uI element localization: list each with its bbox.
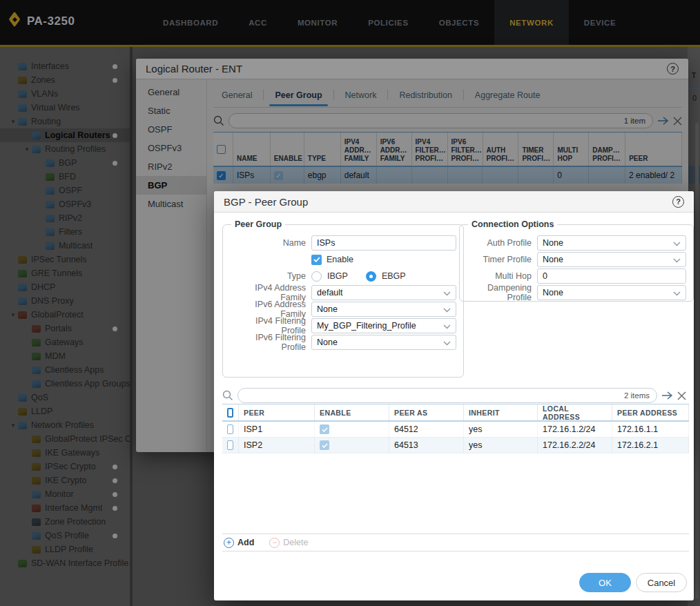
router-nav-ospfv3[interactable]: OSPFv3 [136,139,206,157]
sidebar-item-ospf[interactable]: OSPF [0,184,130,197]
column-header-peer_address[interactable]: PEER ADDRESS [612,404,689,420]
sidebar-item-clientless-apps[interactable]: Clientless Apps [0,363,130,377]
row-select-checkbox[interactable] [227,440,233,450]
cancel-button[interactable]: Cancel [636,573,687,592]
tab-general[interactable]: General [213,86,260,106]
sidebar-item-gre-tunnels[interactable]: GRE Tunnels [0,266,130,280]
router-nav-bgp[interactable]: BGP [136,176,206,195]
ipv6-filtering-profile-select[interactable]: None [311,335,456,350]
sidebar-item-qos[interactable]: QoS [0,391,130,404]
sidebar-item-globalprotect-ipsec-crypto[interactable]: GlobalProtect IPSec Crypto [0,432,130,446]
sidebar-item-bfd[interactable]: BFD [0,170,130,184]
column-header-enable[interactable]: ENABLE [271,133,304,166]
chevron-expanded-icon[interactable]: ▾ [8,308,18,322]
sidebar-item-portals[interactable]: Portals [0,322,130,335]
column-header-enable[interactable]: ENABLE [315,404,389,420]
sidebar-item-ipsec-crypto[interactable]: IPSec Crypto [0,460,130,473]
column-header-auth[interactable]: AUTHPROFI… [483,133,519,166]
column-header-multihop[interactable]: MULTIHOP [554,133,589,166]
multi-hop-field[interactable] [537,268,686,284]
sidebar-item-multicast[interactable]: Multicast [0,239,130,253]
type-radio-ibgp[interactable] [311,271,322,282]
chevron-expanded-icon[interactable]: ▾ [8,418,18,432]
nav-item-policies[interactable]: POLICIES [353,0,423,45]
sidebar-item-qos-profile[interactable]: QoS Profile [0,529,130,543]
column-header-local_address[interactable]: LOCAL ADDRESS [538,404,612,420]
type-radio-ebgp[interactable] [366,271,376,282]
help-icon[interactable]: ? [667,63,679,75]
nav-item-dashboard[interactable]: DASHBOARD [148,0,233,45]
sidebar-item-logical-routers[interactable]: Logical Routers [0,128,130,142]
ipv4-filtering-profile-select[interactable]: My_BGP_Filtering_Profile [311,318,456,333]
router-nav-static[interactable]: Static [136,101,206,120]
router-nav-ripv2[interactable]: RIPv2 [136,157,206,176]
tab-network[interactable]: Network [337,86,385,106]
peer-row-ISP1[interactable]: ISP164512yes172.16.1.2/24172.16.1.1 [222,422,689,438]
search-icon[interactable] [222,390,233,401]
sidebar-item-routing-profiles[interactable]: ▾Routing Profiles [0,142,130,156]
sidebar-item-zones[interactable]: Zones [0,73,130,87]
row-select-checkbox[interactable]: ✓ [217,171,226,180]
dampening-profile-select[interactable]: None [537,285,686,300]
column-header-peer_as[interactable]: PEER AS [389,404,464,420]
nav-item-objects[interactable]: OBJECTS [424,0,495,45]
nav-item-acc[interactable]: ACC [233,0,282,45]
sidebar-item-dns-proxy[interactable]: DNS Proxy [0,294,130,308]
column-header-peer[interactable]: PEER [625,133,682,166]
sidebar-item-ripv2[interactable]: RIPv2 [0,211,130,225]
router-nav-general[interactable]: General [136,83,206,101]
sidebar-item-virtual-wires[interactable]: Virtual Wires [0,101,130,115]
select-all-checkbox[interactable] [217,145,226,154]
ok-button[interactable]: OK [579,573,631,592]
sidebar-item-lldp[interactable]: LLDP [0,404,130,418]
sidebar-item-ike-crypto[interactable]: IKE Crypto [0,473,130,487]
sidebar-item-interface-mgmt[interactable]: Interface Mgmt [0,501,130,515]
column-header-name[interactable]: NAME [233,133,271,166]
column-header-ipv6af[interactable]: IPV6ADDR…FAMILY [377,133,412,166]
auth-profile-select[interactable]: None [537,235,686,251]
table-row-ISPs[interactable]: ✓ISPs✓ebgpdefault02 enabled/ 2 [213,167,682,184]
peers-search-input[interactable]: 2 items [237,388,657,403]
sidebar-item-filters[interactable]: Filters [0,225,130,239]
column-header-sel[interactable] [213,133,233,166]
delete-peer-button[interactable]: − Delete [269,538,308,548]
add-peer-button[interactable]: + Add [224,538,254,548]
search-input[interactable]: 1 item [229,113,653,128]
sidebar-item-globalprotect[interactable]: ▾GlobalProtect [0,308,130,322]
column-header-ipv4af[interactable]: IPV4ADDR…FAMILY [341,133,377,166]
chevron-expanded-icon[interactable]: ▾ [22,142,32,156]
column-header-damp[interactable]: DAMP…PROFI… [589,133,625,166]
nav-item-device[interactable]: DEVICE [569,0,631,45]
column-header-ipv4fp[interactable]: IPV4FILTER…PROFI… [412,133,448,166]
row-select-checkbox[interactable] [227,424,233,434]
clear-filter-icon[interactable] [677,391,686,400]
sidebar-item-network-profiles[interactable]: ▾Network Profiles [0,418,130,432]
column-header-type[interactable]: TYPE [304,133,341,166]
chevron-expanded-icon[interactable]: ▾ [8,115,18,128]
router-nav-multicast[interactable]: Multicast [136,195,206,213]
ipv6-address-family-select[interactable]: None [311,302,456,317]
tab-redistribution[interactable]: Redistribution [391,86,460,106]
sidebar-item-dhcp[interactable]: DHCP [0,280,130,294]
clear-filter-icon[interactable] [673,117,682,126]
scrollbar[interactable] [695,123,699,599]
sidebar-item-ipsec-tunnels[interactable]: IPSec Tunnels [0,253,130,266]
column-header-timer[interactable]: TIMERPROFI… [518,133,554,166]
sidebar-item-lldp-profile[interactable]: LLDP Profile [0,543,130,556]
nav-item-network[interactable]: NETWORK [494,0,569,45]
nav-item-monitor[interactable]: MONITOR [282,0,353,45]
column-header-peer[interactable]: PEER [239,404,315,420]
select-all-checkbox[interactable] [227,408,233,418]
sidebar-item-bgp[interactable]: BGP [0,156,130,170]
sidebar-item-monitor[interactable]: Monitor [0,487,130,501]
name-field[interactable] [311,235,456,251]
sidebar-item-sd-wan-interface-profile[interactable]: SD-WAN Interface Profile [0,556,130,570]
sidebar-item-ike-gateways[interactable]: IKE Gateways [0,446,130,460]
sidebar-item-gateways[interactable]: Gateways [0,335,130,349]
tab-peer-group[interactable]: Peer Group [266,86,330,106]
column-header-ipv6fp[interactable]: IPV6FILTER…PROFI… [448,133,483,166]
sidebar-item-interfaces[interactable]: Interfaces [0,59,130,73]
help-icon[interactable]: ? [672,196,684,208]
sidebar-item-mdm[interactable]: MDM [0,349,130,363]
column-header-inherit[interactable]: INHERIT [464,404,538,420]
